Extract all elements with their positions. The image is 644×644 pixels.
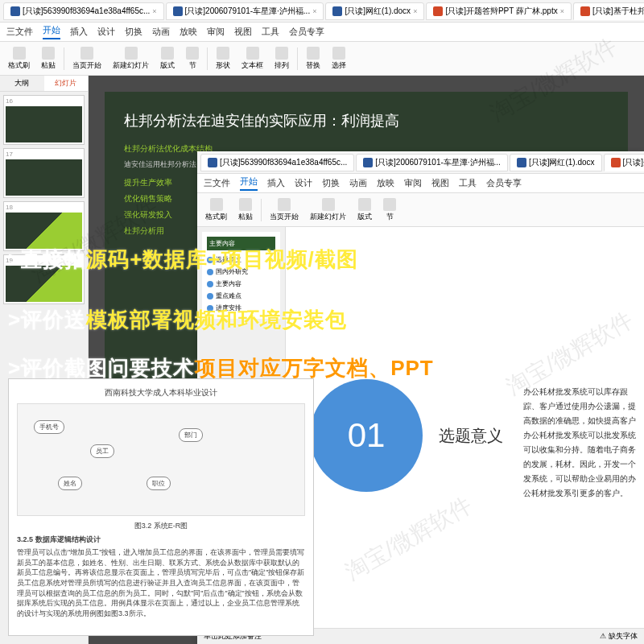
figure-caption: 图3.2 系统E-R图 [17,521,305,531]
slides-tab[interactable]: 幻灯片 [44,76,89,91]
word-icon [517,158,526,167]
doc-header: 西南科技大学成人本科毕业设计 [17,387,305,398]
promo-line-3: >评价截图问要技术项目对应万字文档、PPT [8,354,434,382]
close-icon[interactable]: × [152,7,156,15]
close-icon[interactable]: × [413,7,417,15]
doc-tab-active[interactable]: [只读]基于杜邦分析法的企业...× [573,2,644,20]
word-icon [173,6,183,16]
doc-tab[interactable]: [只读]网红(1).docx× [325,2,424,20]
ppt-icon [580,6,590,16]
word-icon [363,158,373,167]
doc-paragraph: 管理员可以点击"增加员工"按钮，进入增加员工信息的界面，在该界面中，管理员需要填… [17,547,305,618]
word-icon [332,6,342,16]
menu-start[interactable]: 开始 [240,175,258,191]
layout-button[interactable]: 版式 [354,196,375,224]
format-painter-button[interactable]: 格式刷 [5,45,33,72]
shape-button[interactable]: 形状 [213,45,233,72]
menu-file[interactable]: 三文件 [204,177,230,189]
paste-button[interactable]: 粘贴 [235,196,256,224]
er-diagram: 手机号 员工 部门 姓名 职位 [17,403,305,516]
toolbar-2: 格式刷 粘贴 当页开始 新建幻灯片 版式 节 [197,193,644,227]
promo-line-1: >直接拍源码+数据库+项目视频/截图(无水印） [8,246,452,274]
section-button[interactable]: 节 [380,196,399,224]
slide-thumb[interactable]: 17 [3,148,85,198]
outline-tab[interactable]: 大纲 [0,76,44,91]
doc-tab[interactable]: [只读]563990f83694a1e38a4ff65c...× [3,2,164,20]
menu-bar-1: 三文件 开始 插入 设计 切换 动画 放映 审阅 视图 工具 会员专享 [0,23,644,42]
menu-member[interactable]: 会员专享 [289,26,324,38]
replace-button[interactable]: 替换 [303,45,324,72]
slide-thumb[interactable]: 18 [3,201,85,251]
slide-body-text: 办公耗材批发系统可以库存跟踪、客户通过使用办公遗漏，提高数据的准确思，如快提高客… [515,377,644,509]
paste-button[interactable]: 粘贴 [38,45,59,72]
menu-view[interactable]: 视图 [431,177,449,189]
new-slide-button[interactable]: 新建幻灯片 [109,45,152,72]
menu-animation[interactable]: 动画 [152,26,170,38]
close-icon[interactable]: × [312,7,316,15]
doc-tab[interactable]: [只读]开题答辩PPT 薛广林.pptx× [426,2,572,20]
new-slide-button[interactable]: 新建幻灯片 [307,196,349,224]
format-painter-button[interactable]: 格式刷 [202,196,230,224]
word-icon [10,6,20,16]
doc-tab[interactable]: [只读]网红(1).docx [510,154,602,171]
menu-tools[interactable]: 工具 [459,177,477,189]
menu-transition[interactable]: 切换 [125,26,142,38]
menu-design[interactable]: 设计 [295,177,312,189]
layout-button[interactable]: 版式 [157,45,178,72]
menu-transition[interactable]: 切换 [322,177,340,189]
ppt-icon [611,158,621,167]
section-heading: 3.2.5 数据库逻辑结构设计 [17,535,305,545]
close-icon[interactable]: × [560,7,564,15]
menu-design[interactable]: 设计 [97,26,115,38]
menu-review[interactable]: 审阅 [404,177,422,189]
word-icon [208,158,217,167]
textbox-button[interactable]: 文本框 [238,45,266,72]
select-button[interactable]: 选择 [328,45,349,72]
menu-slideshow[interactable]: 放映 [377,177,394,189]
document-preview: 西南科技大学成人本科毕业设计 手机号 员工 部门 姓名 职位 图3.2 系统E-… [8,378,314,636]
slide-thumb[interactable]: 16 [3,95,85,145]
menu-insert[interactable]: 插入 [70,26,88,38]
menu-review[interactable]: 审阅 [207,26,225,38]
number-circle: 01 [310,379,423,492]
tab-bar-1: [只读]563990f83694a1e38a4ff65c...× [只读]200… [0,0,644,23]
missing-font-warning[interactable]: ⚠ 缺失字体 [600,631,638,642]
tab-bar-2: [只读]563990f83694a1e38a4ff65c... [只读]2006… [197,151,644,174]
menu-animation[interactable]: 动画 [349,177,367,189]
ppt-icon [433,6,443,16]
menu-view[interactable]: 视图 [234,26,252,38]
slide-title: 杜邦分析法在迪安佳的实际应用：利润提高 [124,111,609,130]
menu-file[interactable]: 三文件 [6,26,33,38]
menu-tools[interactable]: 工具 [262,26,279,38]
doc-tab-active[interactable]: [只读]开题答辩PPT 薛广林... [604,154,644,171]
doc-tab[interactable]: [只读]2006079101-车星潭·泸州福...× [166,2,324,20]
doc-tab[interactable]: [只读]563990f83694a1e38a4ff65c... [200,154,354,171]
promo-line-2: >评价送模板部署视频和环境安装包可参考 [8,306,412,334]
from-current-button[interactable]: 当页开始 [266,196,302,224]
menu-bar-2: 三文件 开始 插入 设计 切换 动画 放映 审阅 视图 工具 会员专享 [197,174,644,193]
toolbar-1: 格式刷 粘贴 当页开始 新建幻灯片 版式 节 形状 文本框 排列 替换 选择 [0,42,644,76]
arrange-button[interactable]: 排列 [271,45,292,72]
menu-member[interactable]: 会员专享 [486,177,522,189]
section-button[interactable]: 节 [183,45,202,72]
menu-insert[interactable]: 插入 [267,177,285,189]
doc-tab[interactable]: [只读]2006079101-车星潭·泸州福... [356,154,508,171]
slide-heading: 选题意义 [439,425,503,447]
menu-start[interactable]: 开始 [43,24,60,39]
menu-slideshow[interactable]: 放映 [180,26,197,38]
from-current-button[interactable]: 当页开始 [69,45,105,72]
